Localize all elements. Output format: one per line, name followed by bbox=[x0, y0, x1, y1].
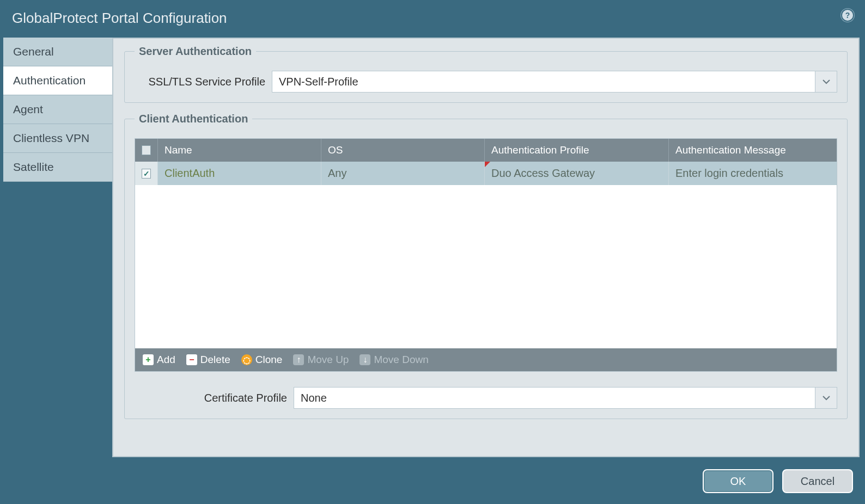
client-auth-fieldset: Client Authentication Name OS Authentica… bbox=[124, 113, 848, 419]
table-empty-area bbox=[135, 185, 837, 348]
col-header-auth-message[interactable]: Authentication Message bbox=[669, 139, 837, 162]
clone-icon: ◌ bbox=[241, 354, 252, 365]
checkbox-icon[interactable] bbox=[142, 169, 151, 179]
cancel-button[interactable]: Cancel bbox=[782, 469, 853, 493]
col-header-auth-profile[interactable]: Authentication Profile bbox=[485, 139, 669, 162]
dropdown-trigger-icon[interactable] bbox=[815, 71, 837, 92]
move-down-button[interactable]: ↓ Move Down bbox=[360, 354, 428, 366]
delete-button[interactable]: − Delete bbox=[186, 354, 230, 366]
row-auth-profile-value: Duo Access Gateway bbox=[491, 167, 595, 179]
row-auth-profile-cell: Duo Access Gateway bbox=[485, 162, 669, 185]
add-label: Add bbox=[157, 354, 175, 366]
tab-authentication[interactable]: Authentication bbox=[3, 66, 112, 95]
tab-satellite[interactable]: Satellite bbox=[3, 153, 112, 182]
ssl-profile-dropdown[interactable]: VPN-Self-Profile bbox=[272, 71, 837, 93]
server-auth-fieldset: Server Authentication SSL/TLS Service Pr… bbox=[124, 45, 848, 103]
col-header-checkbox[interactable] bbox=[135, 139, 158, 162]
sidebar: General Authentication Agent Clientless … bbox=[0, 38, 112, 463]
window-title: GlobalProtect Portal Configuration bbox=[12, 10, 227, 26]
plus-icon: + bbox=[143, 354, 154, 365]
move-up-button[interactable]: ↑ Move Up bbox=[293, 354, 349, 366]
delete-label: Delete bbox=[200, 354, 230, 366]
row-os-cell: Any bbox=[321, 162, 485, 185]
tab-agent[interactable]: Agent bbox=[3, 95, 112, 124]
arrow-down-icon: ↓ bbox=[360, 354, 370, 365]
col-header-os[interactable]: OS bbox=[321, 139, 485, 162]
move-down-label: Move Down bbox=[374, 354, 428, 366]
server-auth-legend: Server Authentication bbox=[135, 45, 256, 58]
cert-profile-value: None bbox=[294, 388, 815, 408]
checkbox-icon[interactable] bbox=[142, 145, 151, 155]
cert-profile-label: Certificate Profile bbox=[135, 392, 294, 404]
ssl-profile-label: SSL/TLS Service Profile bbox=[135, 76, 272, 88]
minus-icon: − bbox=[186, 354, 197, 365]
titlebar: GlobalProtect Portal Configuration ? bbox=[0, 0, 865, 38]
main-panel: Server Authentication SSL/TLS Service Pr… bbox=[112, 38, 860, 457]
table-header: Name OS Authentication Profile Authentic… bbox=[135, 139, 837, 162]
move-up-label: Move Up bbox=[307, 354, 349, 366]
clone-label: Clone bbox=[255, 354, 283, 366]
flag-icon bbox=[485, 162, 490, 167]
window: GlobalProtect Portal Configuration ? Gen… bbox=[0, 0, 865, 504]
tab-general[interactable]: General bbox=[3, 38, 112, 66]
client-auth-table: Name OS Authentication Profile Authentic… bbox=[135, 138, 837, 372]
arrow-up-icon: ↑ bbox=[293, 354, 304, 365]
client-auth-legend: Client Authentication bbox=[135, 113, 252, 125]
table-toolbar: + Add − Delete ◌ Clone ↑ bbox=[135, 348, 837, 371]
ssl-profile-value: VPN-Self-Profile bbox=[272, 71, 815, 92]
add-button[interactable]: + Add bbox=[143, 354, 175, 366]
footer: OK Cancel bbox=[0, 463, 865, 504]
ssl-profile-row: SSL/TLS Service Profile VPN-Self-Profile bbox=[135, 71, 837, 93]
row-checkbox-cell[interactable] bbox=[135, 162, 158, 185]
help-icon[interactable]: ? bbox=[841, 9, 854, 22]
row-name-cell[interactable]: ClientAuth bbox=[158, 162, 321, 185]
table-row[interactable]: ClientAuth Any Duo Access Gateway Enter … bbox=[135, 162, 837, 185]
row-auth-message-cell: Enter login credentials bbox=[669, 162, 837, 185]
clone-button[interactable]: ◌ Clone bbox=[241, 354, 283, 366]
tab-clientless-vpn[interactable]: Clientless VPN bbox=[3, 124, 112, 153]
cert-profile-row: Certificate Profile None bbox=[135, 387, 837, 409]
dropdown-trigger-icon[interactable] bbox=[815, 388, 837, 408]
ok-button[interactable]: OK bbox=[703, 469, 773, 493]
body: General Authentication Agent Clientless … bbox=[0, 38, 865, 463]
col-header-name[interactable]: Name bbox=[158, 139, 321, 162]
cert-profile-dropdown[interactable]: None bbox=[294, 387, 837, 409]
